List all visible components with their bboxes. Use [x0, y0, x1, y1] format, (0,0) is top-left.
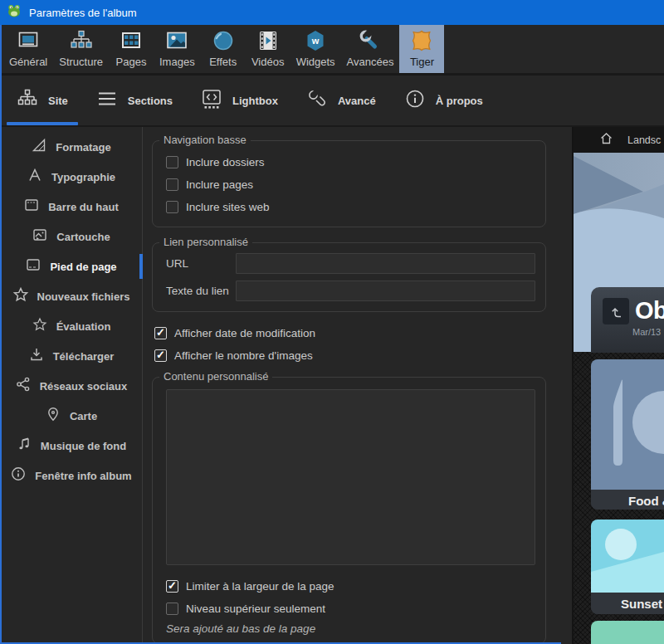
caption-image-icon	[32, 227, 48, 246]
list-lines-icon	[96, 88, 118, 113]
map-pin-icon	[45, 406, 61, 426]
preview-thumbnail-next[interactable]	[591, 621, 664, 644]
toolbar-item-label: Avancées	[347, 56, 394, 68]
toolbar-item-avancees[interactable]: Avancées	[341, 25, 400, 73]
sidebar-item-label: Évaluation	[56, 320, 111, 333]
sidebar-item-typographie[interactable]: Typographie	[0, 162, 142, 192]
checkbox-inclure-dossiers[interactable]: Inclure dossiers	[166, 151, 535, 173]
checkbox-afficher-date[interactable]: Afficher date de modification	[154, 322, 546, 344]
film-icon	[256, 28, 281, 53]
toolbar-item-effets[interactable]: Effets	[201, 25, 246, 73]
preview-folder-date: Mar/13	[632, 327, 664, 337]
sidebar-item-label: Réseaux sociaux	[40, 380, 128, 393]
toolbar-item-label: Widgets	[296, 56, 335, 68]
checkbox[interactable]	[166, 178, 178, 191]
sidebar-item-fenetre-info-album[interactable]: Fenêtre info album	[0, 461, 142, 490]
tab-label: Site	[48, 95, 68, 107]
sidebar-item-nouveaux-fichiers[interactable]: Nouveaux fichiers	[0, 281, 142, 311]
url-input[interactable]	[236, 253, 535, 274]
top-bar-icon	[23, 197, 40, 217]
tab-label: Avancé	[338, 95, 376, 107]
checkbox[interactable]	[166, 156, 178, 168]
tab-site[interactable]: Site	[15, 76, 70, 125]
settings-sidebar: Formatage Typographie Barre du haut	[0, 127, 143, 644]
album-preview-panel: Landsc Obj	[572, 127, 664, 644]
preview-thumbnail-food[interactable]: Food &	[591, 359, 664, 510]
checkbox-afficher-nombre-images[interactable]: Afficher le nombre d'images	[154, 344, 546, 367]
sidebar-item-evaluation[interactable]: Évaluation	[0, 311, 142, 341]
thumbnail-caption: Food &	[591, 490, 664, 510]
app-logo-frog-icon	[7, 3, 22, 22]
sphere-icon	[211, 28, 236, 53]
group-lien-personnalise: Lien personnalisé URL Texte du lien	[152, 242, 546, 312]
checkbox[interactable]	[166, 580, 178, 593]
group-title: Lien personnalisé	[159, 236, 252, 248]
window-left-border	[0, 25, 2, 644]
tab-lightbox[interactable]: Lightbox	[199, 76, 280, 125]
star-icon	[12, 286, 29, 306]
sidebar-item-musique-de-fond[interactable]: Musique de fond	[0, 431, 142, 461]
music-note-icon	[16, 436, 32, 456]
set-square-icon	[31, 137, 47, 157]
monitor-icon	[16, 28, 41, 53]
download-icon	[28, 346, 45, 366]
toolbar-item-videos[interactable]: Vidéos	[246, 25, 290, 73]
svg-text:w: w	[311, 36, 320, 46]
sidebar-item-label: Télécharger	[53, 350, 115, 363]
star-icon	[32, 316, 48, 336]
toolbar-item-label: Vidéos	[251, 56, 285, 68]
sidebar-item-label: Barre du haut	[48, 201, 119, 213]
sidebar-item-cartouche[interactable]: Cartouche	[0, 222, 142, 251]
toolbar-item-widgets[interactable]: w Widgets	[290, 25, 341, 73]
checkbox-inclure-sites-web[interactable]: Inclure sites web	[166, 196, 535, 218]
tab-avance[interactable]: Avancé	[305, 76, 378, 125]
preview-site-topbar[interactable]: Landsc	[574, 127, 664, 153]
content-area: Formatage Typographie Barre du haut	[0, 127, 664, 644]
toolbar-item-label: Structure	[59, 56, 103, 68]
checkbox-limiter-largeur[interactable]: Limiter à la largeur de la page	[166, 575, 535, 598]
checkbox-inclure-pages[interactable]: Inclure pages	[166, 173, 535, 196]
album-settings-window: Paramètres de l'album Général Structure	[0, 0, 664, 644]
sidebar-item-telecharger[interactable]: Télécharger	[0, 341, 142, 371]
sidebar-item-formatage[interactable]: Formatage	[0, 132, 142, 162]
window-title: Paramètres de l'album	[29, 7, 137, 19]
up-arrow-icon[interactable]	[603, 298, 629, 324]
sidebar-item-barre-du-haut[interactable]: Barre du haut	[0, 192, 142, 222]
sidebar-item-label: Musique de fond	[41, 440, 126, 452]
titlebar[interactable]: Paramètres de l'album	[0, 0, 664, 25]
sidebar-item-carte[interactable]: Carte	[0, 401, 142, 431]
tab-a-propos[interactable]: À propos	[403, 76, 485, 125]
custom-content-textarea[interactable]	[166, 389, 535, 565]
sidebar-item-label: Cartouche	[56, 231, 110, 243]
checkbox[interactable]	[166, 603, 178, 615]
toolbar-item-images[interactable]: Images	[154, 25, 201, 73]
toolbar-item-general[interactable]: Général	[3, 25, 53, 73]
preview-folder-card[interactable]: Obj Mar/13	[591, 287, 664, 353]
toolbar-item-label: Général	[9, 56, 47, 68]
home-icon[interactable]	[599, 132, 613, 149]
toolbar-item-pages[interactable]: Pages	[109, 25, 154, 73]
toolbar-item-tiger[interactable]: Tiger	[399, 25, 444, 73]
checkbox[interactable]	[154, 349, 167, 362]
toolbar-item-label: Tiger	[410, 56, 434, 68]
sidebar-item-reseaux-sociaux[interactable]: Réseaux sociaux	[0, 371, 142, 401]
url-field-row: URL	[166, 253, 535, 274]
code-box-icon	[201, 88, 222, 113]
link-text-input[interactable]	[236, 281, 535, 301]
bottom-bar-icon	[25, 256, 42, 276]
sidebar-item-label: Formatage	[56, 141, 110, 154]
checkbox[interactable]	[154, 327, 167, 339]
checkbox-niveau-superieur[interactable]: Niveau supérieur seulement	[166, 598, 535, 620]
toolbar-item-structure[interactable]: Structure	[53, 25, 109, 73]
preview-thumbnail-sunset[interactable]: Sunset	[591, 520, 664, 614]
widget-hexagon-icon: w	[303, 28, 328, 53]
photo-icon	[164, 28, 189, 53]
letter-a-icon	[27, 167, 43, 187]
tab-sections[interactable]: Sections	[95, 76, 174, 125]
checkbox[interactable]	[166, 201, 178, 213]
sidebar-item-pied-de-page[interactable]: Pied de page	[0, 251, 142, 281]
toolbar-item-label: Images	[159, 56, 195, 68]
tab-label: Lightbox	[232, 95, 278, 107]
link-text-label: Texte du lien	[166, 285, 236, 297]
main-toolbar: Général Structure Pages	[0, 25, 664, 76]
